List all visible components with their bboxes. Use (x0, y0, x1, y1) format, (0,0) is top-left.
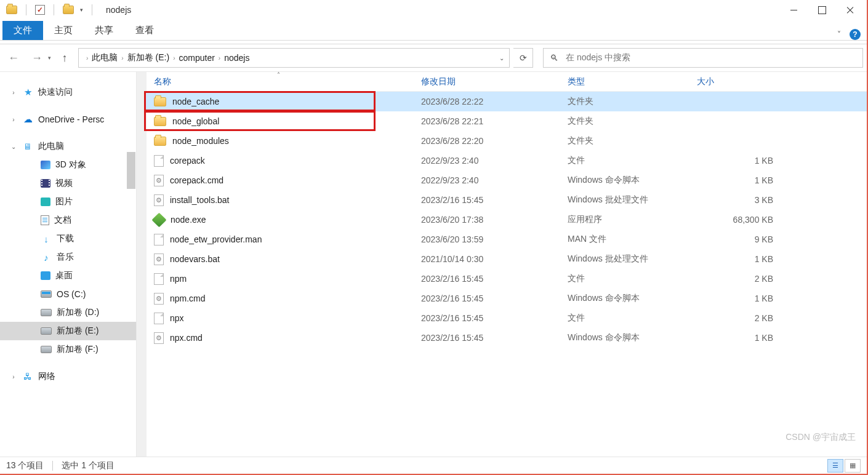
file-row[interactable]: node_modules2023/6/28 22:20文件夹 (144, 131, 867, 151)
breadcrumb[interactable]: 此电脑 (89, 52, 120, 63)
tab-file[interactable]: 文件 (2, 21, 43, 40)
exe-icon (151, 212, 166, 227)
file-row[interactable]: node_etw_provider.man2023/6/20 13:59MAN … (144, 230, 867, 249)
qat-properties-icon[interactable]: ✓ (35, 5, 45, 15)
ribbon-tabs: 文件 主页 共享 查看 ˅ ? (0, 20, 867, 41)
view-icons-button[interactable]: ▦ (845, 459, 861, 473)
expand-icon[interactable]: › (10, 89, 17, 96)
nav-label: 音乐 (57, 252, 74, 263)
folder-icon (6, 6, 17, 14)
nav-label: 下载 (57, 233, 74, 244)
scrollbar-thumb[interactable] (127, 152, 135, 189)
file-type: 文件夹 (568, 135, 697, 146)
nav-label: 视频 (55, 178, 73, 189)
file-row[interactable]: ⚙nodevars.bat2021/10/14 0:30Windows 批处理文… (144, 249, 867, 269)
file-row[interactable]: ⚙npm.cmd2023/2/16 15:45Windows 命令脚本1 KB (144, 289, 867, 308)
file-size: 3 KB (697, 195, 777, 205)
minimize-button[interactable] (779, 0, 808, 20)
file-row[interactable]: npm2023/2/16 15:45文件2 KB (144, 269, 867, 289)
column-type[interactable]: 类型 (568, 76, 697, 87)
file-type: 文件夹 (568, 96, 697, 107)
address-dropdown-icon[interactable]: ⌄ (494, 55, 508, 62)
file-row[interactable]: node_cache2023/6/28 22:22文件夹 (144, 92, 867, 111)
nav-item[interactable]: 文档 (0, 211, 136, 230)
chevron-right-icon[interactable]: › (217, 55, 222, 62)
breadcrumb[interactable]: computer (176, 53, 217, 63)
view-details-button[interactable]: ☰ (827, 459, 843, 473)
file-date: 2023/6/20 13:59 (421, 234, 568, 244)
back-button[interactable]: ← (4, 48, 23, 68)
tab-home[interactable]: 主页 (43, 21, 84, 40)
nav-item[interactable]: 新加卷 (F:) (0, 340, 136, 359)
file-type: 文件 (568, 273, 697, 284)
sort-indicator-icon: ˄ (277, 71, 280, 78)
chevron-right-icon[interactable]: › (85, 55, 89, 62)
nav-item[interactable]: 新加卷 (E:) (0, 322, 136, 340)
breadcrumb[interactable]: 新加卷 (E:) (125, 52, 172, 63)
history-dropdown-icon[interactable]: ▾ (48, 55, 51, 61)
address-bar[interactable]: › 此电脑 › 新加卷 (E:) › computer › nodejs ⌄ (78, 48, 510, 68)
file-row[interactable]: ⚙npx.cmd2023/2/16 15:45Windows 命令脚本1 KB (144, 328, 867, 348)
nav-item[interactable]: 图片 (0, 193, 136, 211)
nav-item[interactable]: 新加卷 (D:) (0, 303, 136, 322)
file-icon (154, 234, 164, 245)
search-input[interactable]: 🔍︎ 在 nodejs 中搜索 (543, 48, 863, 68)
nav-item[interactable]: 桌面 (0, 266, 136, 285)
file-date: 2022/9/23 2:40 (421, 156, 568, 166)
file-name: npm.cmd (170, 293, 206, 303)
breadcrumb[interactable]: nodejs (222, 53, 252, 63)
folder-icon[interactable] (63, 6, 74, 14)
column-size[interactable]: 大小 (697, 76, 777, 87)
up-button[interactable]: ↑ (55, 48, 74, 68)
expand-icon[interactable]: › (10, 116, 17, 123)
nav-item[interactable]: 3D 对象 (0, 156, 136, 174)
maximize-button[interactable] (808, 0, 836, 20)
nav-item[interactable]: ↓下载 (0, 230, 136, 248)
tab-view[interactable]: 查看 (124, 21, 165, 40)
file-size: 1 KB (697, 254, 777, 264)
folder-icon (154, 117, 166, 126)
nav-item[interactable]: ⌄🖥此电脑 (0, 137, 136, 156)
expand-icon[interactable]: ⌄ (10, 143, 17, 150)
file-row[interactable]: npx2023/2/16 15:45文件2 KB (144, 308, 867, 328)
refresh-button[interactable]: ⟳ (513, 48, 533, 68)
nav-item[interactable]: ›★快速访问 (0, 83, 136, 102)
nav-label: OS (C:) (57, 289, 86, 299)
tab-share[interactable]: 共享 (84, 21, 124, 40)
nav-item[interactable]: ›☁OneDrive - Persc (0, 110, 136, 129)
chevron-right-icon[interactable]: › (172, 55, 176, 62)
file-date: 2023/6/28 22:20 (421, 136, 568, 146)
file-row[interactable]: ⚙corepack.cmd2022/9/23 2:40Windows 命令脚本1… (144, 170, 867, 190)
file-row[interactable]: corepack2022/9/23 2:40文件1 KB (144, 151, 867, 170)
folder-icon (154, 97, 166, 106)
script-icon: ⚙ (154, 293, 164, 305)
search-icon: 🔍︎ (550, 53, 558, 63)
column-date[interactable]: 修改日期 (421, 76, 568, 87)
file-row[interactable]: node.exe2023/6/20 17:38应用程序68,300 KB (144, 210, 867, 230)
help-icon[interactable]: ? (850, 29, 861, 40)
close-button[interactable] (836, 0, 864, 20)
file-name: node_cache (172, 97, 219, 106)
search-placeholder: 在 nodejs 中搜索 (566, 52, 630, 63)
nav-item[interactable]: 视频 (0, 174, 136, 193)
file-icon (154, 313, 164, 324)
ribbon-collapse-icon[interactable]: ˅ (837, 30, 841, 39)
nav-label: 文档 (54, 215, 71, 226)
nav-item[interactable]: OS (C:) (0, 285, 136, 303)
chevron-right-icon[interactable]: › (120, 55, 124, 62)
forward-button[interactable]: → (27, 48, 47, 68)
file-row[interactable]: ⚙install_tools.bat2023/2/16 15:45Windows… (144, 190, 867, 210)
navigation-pane: ›★快速访问›☁OneDrive - Persc⌄🖥此电脑3D 对象视频图片文档… (0, 72, 137, 457)
nav-label: 快速访问 (38, 87, 73, 98)
script-icon: ⚙ (154, 253, 164, 265)
explorer-body: ›★快速访问›☁OneDrive - Persc⌄🖥此电脑3D 对象视频图片文档… (0, 71, 867, 457)
column-name[interactable]: 名称 ˄ (154, 76, 421, 87)
file-row[interactable]: node_global2023/6/28 22:21文件夹 (144, 111, 867, 131)
nav-item[interactable]: ♪音乐 (0, 248, 136, 266)
qat-dropdown-icon[interactable]: ▾ (80, 7, 83, 13)
expand-icon[interactable]: › (10, 373, 17, 380)
nav-label: 网络 (38, 371, 55, 382)
nav-item[interactable]: ›🖧网络 (0, 367, 136, 386)
status-count: 13 个项目 (6, 460, 44, 471)
file-type: 文件 (568, 155, 697, 166)
